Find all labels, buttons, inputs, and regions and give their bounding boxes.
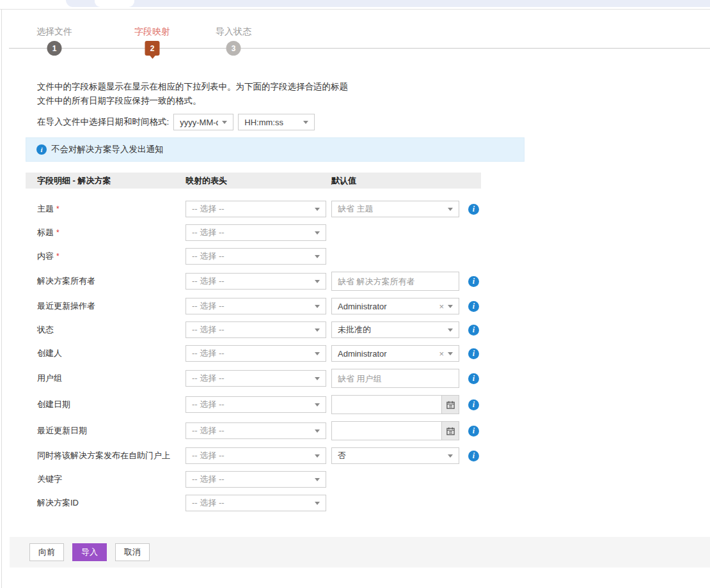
required-marker: * (56, 252, 59, 261)
import-wizard-stepper: 选择文件 字段映射 导入状态 1 2 3 (0, 0, 710, 64)
stepper-line (9, 48, 710, 49)
chevron-down-icon (448, 454, 453, 458)
header-field-details: 字段明细 - 解决方案 (37, 175, 185, 187)
field-label: 创建人 (37, 348, 185, 359)
default-value-cell: Administrator× (331, 345, 459, 362)
default-value-cell: 缺省 主题 (331, 201, 459, 217)
chevron-down-icon (315, 502, 320, 505)
field-label-text: 主题 (37, 203, 54, 215)
chevron-down-icon (315, 454, 320, 458)
default-value-input[interactable] (331, 272, 459, 291)
default-value-input[interactable] (331, 369, 459, 388)
mapped-header-select[interactable]: -- 选择 -- (185, 298, 326, 314)
chevron-down-icon (315, 255, 320, 258)
default-value-cell (331, 369, 459, 388)
mapped-header-select[interactable]: -- 选择 -- (185, 224, 326, 241)
left-panel-border (1, 9, 2, 588)
default-value-select[interactable]: Administrator× (331, 345, 459, 362)
field-label-text: 状态 (37, 324, 54, 336)
field-label-text: 创建人 (37, 348, 62, 359)
mapped-header-select[interactable]: -- 选择 -- (185, 248, 326, 265)
default-value-cell: 未批准的 (331, 321, 459, 338)
field-label: 最近更新日期 (37, 425, 185, 437)
chevron-down-icon (448, 352, 453, 355)
step-2-badge[interactable]: 2 (145, 41, 160, 56)
field-label-text: 最近更新操作者 (37, 300, 95, 312)
import-button[interactable]: 导入 (72, 543, 107, 561)
chevron-down-icon (448, 208, 453, 211)
field-label: 标题* (37, 227, 185, 238)
mapped-header-select[interactable]: -- 选择 -- (185, 370, 326, 387)
step-field-mapping-label[interactable]: 字段映射 (134, 26, 170, 38)
field-label: 内容* (37, 251, 185, 262)
cancel-button[interactable]: 取消 (115, 543, 150, 561)
field-row: 解决方案所有者-- 选择 --i (37, 272, 531, 291)
date-input[interactable] (332, 396, 441, 414)
field-label-text: 创建日期 (37, 399, 70, 410)
field-row: 状态-- 选择 --未批准的i (37, 321, 531, 338)
default-value-select[interactable]: 未批准的 (331, 321, 459, 338)
clear-icon[interactable]: × (439, 302, 444, 311)
field-label-text: 同时将该解决方案发布在自助门户上 (37, 450, 170, 461)
field-label-text: 关键字 (37, 474, 62, 485)
header-mapped-column: 映射的表头 (185, 175, 331, 187)
step-select-file-label[interactable]: 选择文件 (36, 26, 72, 38)
mapped-header-select[interactable]: -- 选择 -- (185, 471, 326, 488)
mapped-header-select[interactable]: -- 选择 -- (185, 273, 326, 290)
chevron-down-icon (222, 121, 227, 124)
chevron-down-icon (303, 121, 308, 124)
field-label: 创建日期 (37, 399, 185, 410)
mapped-header-select[interactable]: -- 选择 -- (185, 345, 326, 362)
clear-icon[interactable]: × (439, 349, 444, 359)
datetime-format-row: 在导入文件中选择日期和时间格式: yyyy-MM-dd HH:mm:ss (37, 114, 315, 130)
time-format-select[interactable]: HH:mm:ss (238, 114, 315, 130)
chevron-down-icon (315, 208, 320, 211)
info-icon[interactable]: i (468, 451, 479, 461)
field-label-text: 最近更新日期 (37, 425, 87, 437)
field-row: 最近更新操作者-- 选择 --Administrator×i (37, 298, 531, 314)
default-value-select[interactable]: 缺省 主题 (331, 201, 459, 217)
previous-button[interactable]: 向前 (29, 543, 64, 561)
default-value-select[interactable]: 否 (331, 447, 459, 464)
date-input[interactable] (332, 422, 441, 440)
default-date-field[interactable] (331, 421, 459, 440)
info-icon[interactable]: i (468, 325, 479, 336)
info-icon[interactable]: i (468, 276, 479, 287)
info-icon[interactable]: i (468, 301, 479, 312)
field-label-text: 解决方案所有者 (37, 275, 95, 287)
field-label: 解决方案ID (37, 497, 185, 509)
info-icon[interactable]: i (468, 426, 479, 437)
chevron-down-icon (315, 403, 320, 406)
mapped-header-select[interactable]: -- 选择 -- (185, 201, 326, 217)
date-format-select[interactable]: yyyy-MM-dd (173, 114, 233, 130)
field-label: 关键字 (37, 474, 185, 485)
chevron-down-icon (315, 305, 320, 308)
default-date-field[interactable] (331, 395, 459, 414)
default-value-select[interactable]: Administrator× (331, 298, 459, 314)
datetime-format-label: 在导入文件中选择日期和时间格式: (37, 116, 169, 128)
chevron-down-icon (315, 231, 320, 235)
info-icon[interactable]: i (468, 204, 479, 215)
default-value-cell (331, 421, 459, 440)
step-1-badge[interactable]: 1 (47, 41, 62, 56)
mapped-header-select[interactable]: -- 选择 -- (185, 447, 326, 464)
calendar-icon[interactable] (441, 422, 459, 440)
mapped-header-select[interactable]: -- 选择 -- (185, 495, 326, 511)
info-icon[interactable]: i (468, 348, 479, 359)
chevron-down-icon (315, 352, 320, 355)
field-label-text: 标题 (37, 227, 54, 238)
calendar-icon[interactable] (441, 396, 459, 414)
mapped-header-select[interactable]: -- 选择 -- (185, 321, 326, 338)
field-label: 解决方案所有者 (37, 275, 185, 287)
header-default-value: 默认值 (331, 175, 356, 187)
mapped-header-select[interactable]: -- 选择 -- (185, 422, 326, 439)
mapping-table-header: 字段明细 - 解决方案 映射的表头 默认值 (26, 173, 481, 189)
field-row: 内容*-- 选择 -- (37, 248, 531, 265)
step-import-status-label[interactable]: 导入状态 (216, 26, 251, 38)
field-row: 用户组-- 选择 --i (37, 369, 531, 388)
mapped-header-select[interactable]: -- 选择 -- (185, 396, 326, 413)
footer-bar: 向前 导入 取消 (10, 537, 710, 568)
step-3-badge[interactable]: 3 (226, 41, 241, 56)
info-icon[interactable]: i (468, 373, 479, 384)
info-icon[interactable]: i (468, 399, 479, 410)
